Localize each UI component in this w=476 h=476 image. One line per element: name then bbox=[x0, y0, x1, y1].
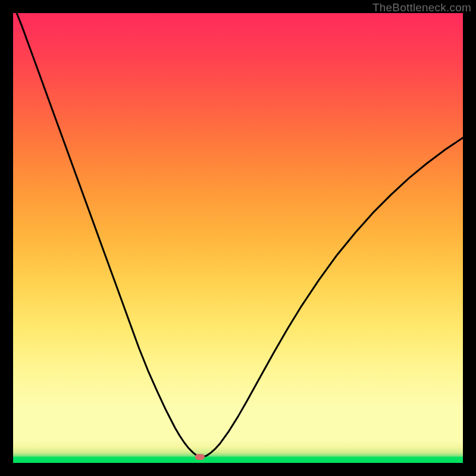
chart-frame bbox=[13, 13, 463, 463]
watermark-text: TheBottleneck.com bbox=[372, 1, 471, 14]
bottleneck-curve bbox=[13, 13, 463, 458]
curve-svg bbox=[13, 13, 463, 463]
optimal-point-marker bbox=[195, 454, 205, 460]
